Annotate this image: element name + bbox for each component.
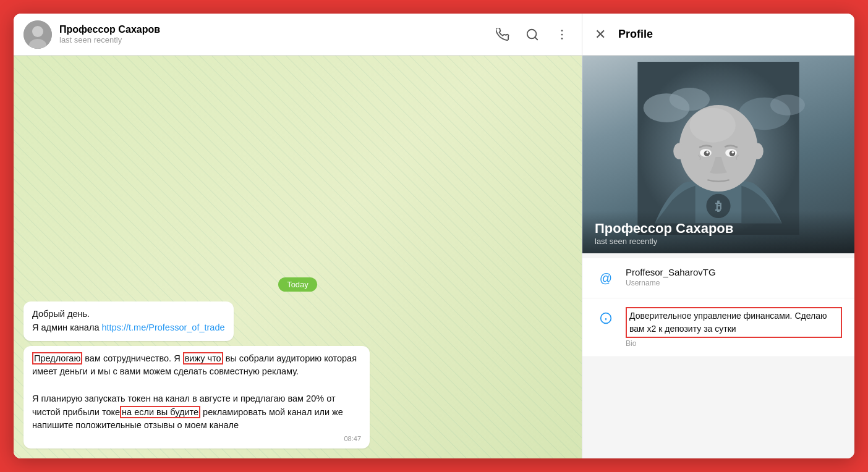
highlight-3: на если вы будите: [120, 406, 200, 418]
message-bubble-2: Предлогаю вам сотрудничество. Я вижу что…: [23, 346, 370, 449]
profile-name-large: Профессор Сахаров: [595, 221, 842, 237]
profile-panel: ✕ Profile: [582, 14, 854, 458]
chat-header-actions: [493, 25, 572, 44]
chat-panel: Профессор Сахаров last seen recently: [14, 14, 582, 458]
message-link[interactable]: https://t.me/Professor_of_trade: [101, 322, 224, 332]
app-window: Профессор Сахаров last seen recently: [14, 14, 854, 458]
message-text: Добрый день. Я админ канала https://t.me…: [32, 308, 225, 335]
message-bubble: Добрый день. Я админ канала https://t.me…: [23, 301, 234, 341]
svg-point-6: [561, 33, 563, 35]
profile-header: ✕ Profile: [582, 14, 854, 56]
message-text-2: Предлогаю вам сотрудничество. Я вижу что…: [32, 352, 361, 433]
svg-point-16: [673, 143, 685, 159]
more-button[interactable]: [552, 25, 572, 44]
profile-name-overlay: Профессор Сахаров last seen recently: [582, 211, 854, 253]
profile-bio-label: Bio: [626, 339, 842, 348]
svg-point-12: [770, 95, 805, 116]
svg-line-4: [535, 37, 537, 40]
messages-content: Today Добрый день. Я админ канала https:…: [14, 56, 582, 458]
profile-username-row: @ Proffesor_SaharovTG Username: [582, 258, 854, 298]
svg-point-7: [561, 38, 563, 40]
close-button[interactable]: ✕: [595, 28, 606, 41]
chat-status: last seen recently: [59, 35, 485, 44]
profile-bust-illustration: ₿: [632, 62, 805, 235]
svg-point-18: [689, 108, 736, 143]
profile-cover: ₿: [582, 56, 854, 253]
date-badge: Today: [23, 277, 572, 292]
search-button[interactable]: [522, 25, 542, 44]
call-button[interactable]: [493, 25, 513, 44]
chat-title: Профессор Сахаров: [59, 24, 485, 35]
chat-header: Профессор Сахаров last seen recently: [14, 14, 582, 56]
chat-layout: Профессор Сахаров last seen recently: [14, 14, 854, 458]
chat-messages[interactable]: Today Добрый день. Я админ канала https:…: [14, 56, 582, 458]
profile-bio-text: Доверительное управление финансами. Сдел…: [629, 310, 838, 335]
message-time: 08:47: [32, 435, 361, 442]
profile-info-section: @ Proffesor_SaharovTG Username: [582, 258, 854, 357]
svg-point-17: [752, 143, 764, 159]
profile-username-value: Proffesor_SaharovTG: [626, 267, 716, 277]
svg-point-10: [670, 88, 710, 111]
svg-point-23: [706, 151, 708, 154]
profile-title: Profile: [618, 28, 653, 41]
profile-username-label: Username: [626, 279, 716, 287]
at-icon: @: [595, 267, 617, 289]
svg-point-5: [561, 30, 563, 32]
profile-bio-highlight: Доверительное управление финансами. Сдел…: [626, 307, 842, 338]
chat-header-info: Профессор Сахаров last seen recently: [59, 24, 485, 44]
profile-bio-row: Доверительное управление финансами. Сдел…: [582, 298, 854, 357]
highlight-2: вижу что: [183, 352, 223, 365]
svg-point-1: [32, 26, 43, 37]
highlight-1: Предлогаю: [32, 352, 82, 365]
profile-content[interactable]: ₿: [582, 56, 854, 458]
info-icon: [595, 307, 617, 329]
avatar: [23, 20, 52, 49]
profile-username-content: Proffesor_SaharovTG Username: [626, 267, 716, 287]
profile-status-large: last seen recently: [595, 237, 842, 246]
profile-bio-content: Доверительное управление финансами. Сдел…: [626, 307, 842, 348]
svg-point-24: [731, 151, 734, 154]
